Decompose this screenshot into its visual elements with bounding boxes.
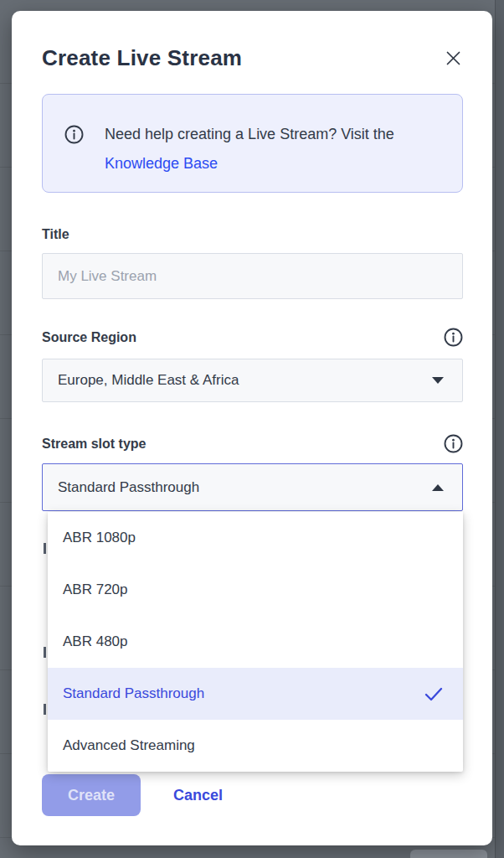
knowledge-base-link[interactable]: Knowledge Base — [105, 155, 218, 172]
page-scrollbar-band — [495, 0, 504, 858]
option-abr-1080p[interactable]: ABR 1080p — [48, 512, 463, 564]
option-abr-720p[interactable]: ABR 720p — [48, 564, 463, 616]
help-text-prefix: Need help creating a Live Stream? Visit … — [105, 126, 394, 142]
option-standard-passthrough[interactable]: Standard Passthrough — [48, 668, 463, 720]
slot-type-value: Standard Passthrough — [58, 479, 199, 496]
option-label: ABR 480p — [63, 633, 128, 650]
slot-type-options-panel: ABR 1080p ABR 720p ABR 480p Standard Pas… — [48, 512, 463, 772]
option-label: Advanced Streaming — [63, 737, 195, 754]
close-button[interactable] — [443, 48, 463, 68]
create-live-stream-dialog: Create Live Stream Need help creating a … — [12, 11, 492, 845]
info-icon — [64, 125, 84, 144]
chevron-up-icon — [432, 484, 444, 491]
dialog-actions: Create Cancel — [42, 774, 223, 816]
covered-form-fragment — [44, 704, 46, 715]
option-label: ABR 720p — [63, 581, 128, 598]
covered-form-fragment — [44, 543, 46, 554]
create-button[interactable]: Create — [42, 774, 141, 816]
source-region-select[interactable]: Europe, Middle East & Africa — [42, 359, 463, 402]
slot-type-label: Stream slot type — [42, 436, 146, 452]
source-region-label-row: Source Region — [42, 328, 463, 346]
help-text: Need help creating a Live Stream? Visit … — [105, 120, 413, 178]
close-icon — [445, 49, 462, 67]
slot-type-select-wrap: Standard Passthrough ABR 1080p ABR 720p … — [42, 463, 463, 511]
option-advanced-streaming[interactable]: Advanced Streaming — [48, 720, 463, 772]
cancel-button[interactable]: Cancel — [173, 787, 223, 804]
option-abr-480p[interactable]: ABR 480p — [48, 616, 463, 668]
title-input[interactable] — [42, 253, 463, 299]
covered-form-fragment — [44, 647, 46, 658]
check-icon — [424, 687, 443, 701]
dialog-title: Create Live Stream — [42, 44, 242, 72]
option-label: ABR 1080p — [63, 530, 136, 546]
source-region-info-icon[interactable] — [444, 328, 463, 347]
chevron-down-icon — [432, 377, 444, 384]
source-region-label: Source Region — [42, 329, 136, 345]
title-label-row: Title — [42, 226, 463, 242]
slot-type-label-row: Stream slot type — [42, 434, 463, 452]
slot-type-select[interactable]: Standard Passthrough — [42, 463, 463, 511]
slot-type-info-icon[interactable] — [444, 434, 463, 453]
source-region-value: Europe, Middle East & Africa — [58, 372, 239, 389]
hidden-page-button — [410, 850, 487, 858]
help-banner: Need help creating a Live Stream? Visit … — [42, 94, 463, 193]
option-label: Standard Passthrough — [63, 685, 204, 702]
dialog-header: Create Live Stream — [42, 44, 463, 72]
title-label: Title — [42, 226, 69, 242]
